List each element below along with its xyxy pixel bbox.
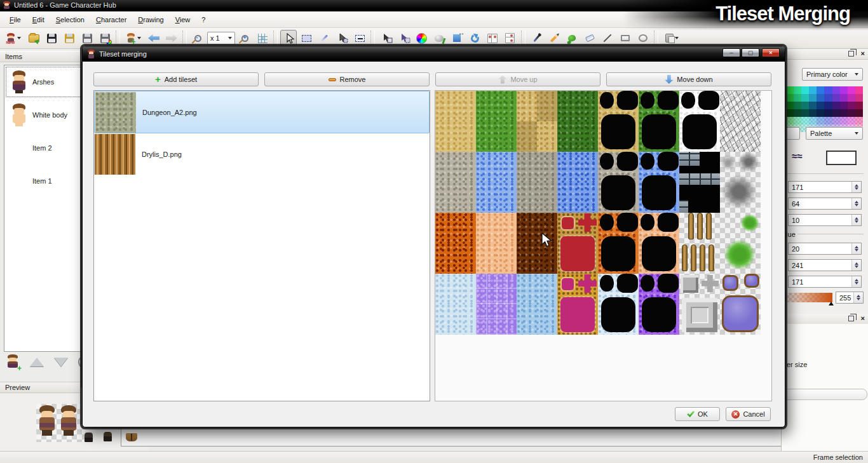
palette-swatch-0-7[interactable] — [840, 86, 848, 94]
palette-select[interactable]: Palette — [806, 127, 863, 140]
spinner-buttons[interactable] — [851, 182, 861, 192]
spinner-buttons[interactable] — [851, 260, 861, 271]
close-panel-icon[interactable]: × — [861, 314, 865, 322]
tile-cell-27[interactable] — [557, 274, 598, 335]
palette-swatch-2-0[interactable] — [786, 102, 794, 109]
palette-swatch-0-8[interactable] — [848, 86, 855, 94]
float-panel-icon[interactable] — [848, 316, 854, 321]
tile-cell-2[interactable] — [517, 91, 557, 152]
alpha-field[interactable]: 255 — [836, 292, 864, 304]
menu-item-[interactable]: ? — [196, 13, 211, 26]
move-down-button[interactable]: Move down — [606, 72, 771, 86]
palette-swatch-1-0[interactable] — [786, 94, 794, 102]
palette-swatch-4-5[interactable] — [824, 117, 832, 124]
tile-cell-30[interactable] — [679, 274, 720, 335]
palette-swatch-3-1[interactable] — [794, 109, 801, 117]
color-mode-select[interactable]: Primary color — [802, 68, 863, 81]
move-item-up-button[interactable] — [28, 354, 46, 370]
palette-swatch-4-7[interactable] — [840, 117, 848, 124]
palette-swatch-2-5[interactable] — [824, 102, 832, 109]
palette-swatch-1-8[interactable] — [848, 94, 855, 102]
zoom-out-button[interactable]: - — [189, 30, 206, 46]
magic-wand-tool-button[interactable] — [316, 30, 332, 46]
palette-swatch-0-1[interactable] — [794, 86, 801, 94]
zoom-in-button[interactable]: + — [236, 30, 253, 46]
tileset-row-dungeon-a2-png[interactable]: Dungeon_A2.png — [94, 91, 430, 133]
palette-swatch-2-4[interactable] — [817, 102, 824, 109]
tile-cell-18[interactable] — [517, 213, 557, 274]
palette-swatch-2-7[interactable] — [840, 102, 848, 109]
palette-swatch-2-8[interactable] — [848, 102, 855, 109]
frames-view-button[interactable] — [484, 30, 501, 46]
tile-cell-0[interactable] — [435, 91, 476, 152]
tile-cell-19[interactable] — [557, 213, 598, 274]
menu-item-edit[interactable]: Edit — [27, 13, 50, 26]
rotate-tool-button[interactable] — [466, 30, 483, 46]
tile-cell-14[interactable] — [679, 152, 720, 213]
rectangle-tool-button[interactable] — [617, 30, 634, 46]
palette-swatch-0-5[interactable] — [824, 86, 832, 94]
undo-button[interactable] — [146, 30, 162, 46]
palette-swatch-3-5[interactable] — [824, 109, 832, 117]
select-frame-tool-button[interactable] — [298, 30, 315, 46]
palette-swatch-1-5[interactable] — [824, 94, 832, 102]
palette-swatch-1-1[interactable] — [794, 94, 801, 102]
spinner-buttons[interactable] — [851, 215, 861, 225]
palette-swatch-3-4[interactable] — [817, 109, 824, 117]
grid-toggle-button[interactable] — [254, 30, 271, 46]
eraser-tool-button[interactable] — [581, 30, 598, 46]
tile-cell-13[interactable] — [639, 152, 679, 213]
palette-swatch-4-9[interactable] — [855, 117, 863, 124]
color-palette-grid[interactable] — [786, 86, 863, 132]
palette-swatch-1-7[interactable] — [840, 94, 848, 102]
tile-cell-20[interactable] — [598, 213, 639, 274]
palette-swatch-3-7[interactable] — [840, 109, 848, 117]
palette-swatch-1-2[interactable] — [801, 94, 809, 102]
size-button[interactable] — [782, 389, 867, 400]
move-tool-button[interactable] — [449, 30, 465, 46]
tile-cell-8[interactable] — [435, 152, 476, 213]
new-character-button[interactable]: NEW — [3, 30, 24, 46]
palette-swatch-2-9[interactable] — [855, 102, 863, 109]
alpha-slider[interactable] — [782, 293, 832, 302]
spinner-buttons[interactable] — [851, 198, 861, 209]
tileset-row-drylis-d-png[interactable]: Drylis_D.png — [94, 133, 430, 176]
palette-swatch-0-6[interactable] — [832, 86, 840, 94]
spin-field[interactable]: 171 — [788, 276, 862, 288]
palette-swatch-3-0[interactable] — [786, 109, 794, 117]
line-tool-button[interactable] — [599, 30, 616, 46]
palette-swatch-4-1[interactable] — [794, 117, 801, 124]
palette-swatch-1-3[interactable] — [809, 94, 817, 102]
tile-cell-28[interactable] — [598, 274, 639, 335]
move-up-button[interactable]: Move up — [435, 72, 600, 86]
palette-swatch-0-2[interactable] — [801, 86, 809, 94]
tile-cell-22[interactable] — [679, 213, 720, 274]
palette-swatch-1-9[interactable] — [855, 94, 863, 102]
palette-swatch-2-1[interactable] — [794, 102, 801, 109]
select-tool-button[interactable] — [280, 30, 297, 46]
tileset-preview-grid[interactable] — [435, 91, 761, 335]
alpha-slider-marker[interactable] — [829, 302, 834, 305]
remove-button[interactable]: Remove — [264, 72, 430, 86]
tile-cell-15[interactable] — [720, 152, 761, 213]
dialog-maximize-button[interactable]: ▢ — [742, 48, 759, 57]
tile-cell-29[interactable] — [639, 274, 679, 335]
frame-select-tool-button[interactable] — [377, 30, 394, 46]
palette-swatch-3-3[interactable] — [809, 109, 817, 117]
fill-tool-button[interactable] — [564, 30, 580, 46]
float-panel-icon[interactable] — [848, 51, 854, 57]
frames-split-button[interactable] — [502, 30, 519, 46]
spinner-buttons[interactable] — [851, 276, 861, 287]
menu-item-file[interactable]: File — [4, 13, 27, 26]
palette-swatch-0-4[interactable] — [817, 86, 824, 94]
tile-cell-9[interactable] — [476, 152, 517, 213]
ok-button[interactable]: OK — [675, 407, 720, 421]
spin-field[interactable]: 241 — [788, 259, 862, 271]
palette-swatch-4-6[interactable] — [832, 117, 840, 124]
frame-move-tool-button[interactable] — [395, 30, 412, 46]
palette-swatch-3-9[interactable] — [855, 109, 863, 117]
onion-skin-button[interactable] — [431, 30, 447, 46]
spinner-buttons[interactable] — [853, 292, 863, 303]
tile-cell-1[interactable] — [476, 91, 517, 152]
palette-swatch-1-6[interactable] — [832, 94, 840, 102]
